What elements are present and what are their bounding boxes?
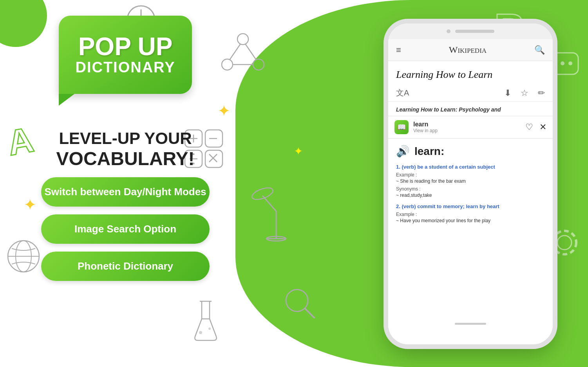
logo-dictionary-text: DICTIONARY: [75, 59, 175, 76]
dict-popup[interactable]: 📖 learn View in app ♡ ✕: [388, 116, 553, 139]
dict-speaker-icon[interactable]: 🔊: [396, 145, 410, 158]
wikipedia-header: ≡ Wikipedia 🔍: [388, 39, 553, 61]
dict-def-1-synonyms: ~ read,study,take: [396, 192, 545, 198]
wiki-preview-text: Learning How to Learn: Psychology and: [388, 102, 553, 116]
wiki-title-text: Wikipedia: [449, 45, 487, 55]
svg-point-23: [251, 185, 275, 202]
dict-def-1-num: 1. (verb) be a student of a certain subj…: [396, 164, 545, 170]
dict-word-header: 🔊 learn:: [396, 145, 545, 158]
tagline-line2: VOCABULARY!: [56, 148, 195, 169]
dict-def-1-synonyms-label: Synonyms :: [396, 186, 545, 192]
deco-magnifier-icon: [282, 286, 317, 322]
deco-lamp-icon: [251, 172, 302, 244]
dict-def-1-example: ~ She is reading for the bar exam: [396, 178, 545, 184]
dict-popup-info: learn View in app: [413, 121, 438, 133]
wiki-article-title: Learning How to Learn: [388, 61, 553, 85]
phonetic-dict-button[interactable]: Phonetic Dictionary: [41, 252, 210, 281]
dict-popup-word: learn: [413, 121, 438, 128]
day-night-button[interactable]: Switch between Day/Night Modes: [41, 177, 210, 207]
phone-speaker: [455, 30, 494, 33]
tagline-line1: LEVEL-UP YOUR: [56, 129, 195, 148]
dict-close-icon[interactable]: ✕: [539, 122, 546, 132]
dict-heart-icon[interactable]: ♡: [525, 122, 533, 132]
wiki-menu-icon[interactable]: ≡: [396, 45, 401, 55]
dict-popup-icon: 📖: [394, 120, 409, 134]
image-search-button[interactable]: Image Search Option: [41, 214, 210, 244]
wiki-lang-icon[interactable]: 文A: [396, 88, 409, 98]
dict-def-2-example-label: Example :: [396, 212, 545, 217]
dict-def-2-example: ~ Have you memorized your lines for the …: [396, 218, 545, 223]
svg-point-5: [253, 59, 264, 70]
dict-popup-actions: ♡ ✕: [525, 122, 546, 132]
svg-point-36: [557, 236, 572, 250]
logo-pop-up-text: POP UP: [78, 34, 173, 59]
svg-point-39: [553, 61, 557, 65]
phone-mockup: ≡ Wikipedia 🔍 Learning How to Learn 文A ⬇…: [388, 23, 553, 344]
dict-popup-view-app[interactable]: View in app: [413, 128, 438, 133]
left-panel: POP UP DICTIONARY LEVEL-UP YOUR VOCABULA…: [0, 0, 251, 367]
wiki-edit-icon[interactable]: ✏: [538, 88, 545, 98]
dict-definition-2: 2. (verb) commit to memory; learn by hea…: [396, 203, 545, 223]
wiki-download-icon[interactable]: ⬇: [504, 88, 511, 98]
wiki-search-icon[interactable]: 🔍: [534, 45, 545, 55]
dict-popup-left: 📖 learn View in app: [394, 120, 438, 134]
dict-definition-1: 1. (verb) be a student of a certain subj…: [396, 164, 545, 198]
dict-def-1-example-label: Example :: [396, 172, 545, 178]
wiki-toolbar: 文A ⬇ ☆ ✏: [388, 85, 553, 102]
logo-bubble: POP UP DICTIONARY: [59, 16, 192, 94]
phone-scroll-bar: [455, 323, 486, 325]
phone-top-bar: [388, 23, 553, 39]
tagline: LEVEL-UP YOUR VOCABULARY!: [56, 129, 195, 169]
dict-word-text: learn:: [414, 145, 444, 158]
svg-point-40: [561, 61, 564, 65]
svg-point-41: [568, 61, 572, 65]
deco-star2-icon: ✦: [294, 145, 303, 158]
dict-content: 🔊 learn: 1. (verb) be a student of a cer…: [388, 139, 553, 344]
svg-point-37: [553, 231, 576, 254]
svg-line-30: [305, 308, 314, 318]
phone-camera-dot: [447, 29, 450, 33]
dict-def-2-num: 2. (verb) commit to memory; learn by hea…: [396, 203, 545, 209]
deco-gear-icon: [549, 227, 580, 260]
wiki-star-icon[interactable]: ☆: [521, 88, 528, 98]
